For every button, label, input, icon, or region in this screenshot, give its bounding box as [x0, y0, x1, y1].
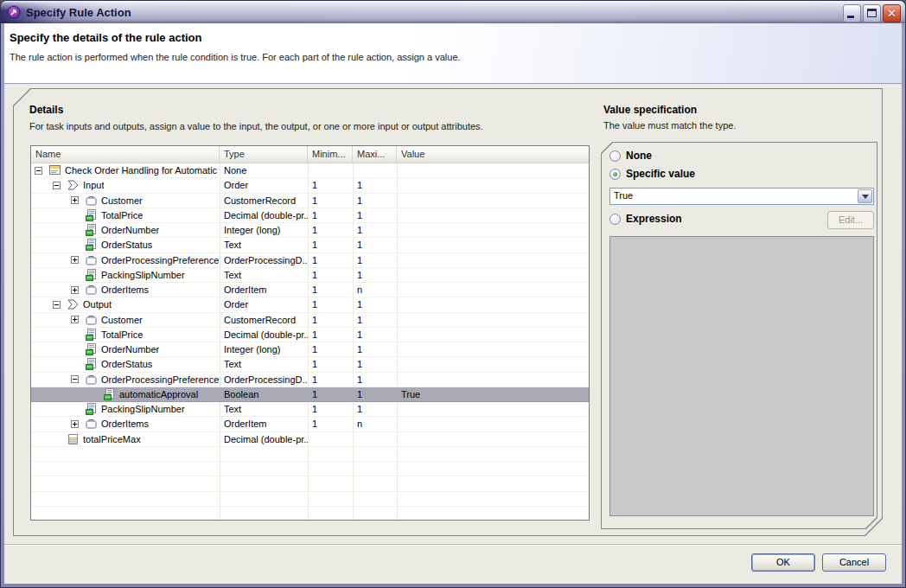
chevron-down-icon — [862, 195, 869, 199]
row-min-cell — [308, 163, 353, 177]
table-row[interactable]: OutputOrder11 — [31, 297, 589, 312]
table-row[interactable]: automaticApprovalBoolean11True — [31, 387, 589, 402]
close-button[interactable]: ✕ — [883, 4, 901, 22]
row-name-cell: OrderItems — [31, 283, 220, 297]
column-header-min[interactable]: Minim... — [308, 146, 353, 163]
row-max-cell — [353, 432, 397, 446]
table-row[interactable]: OrderNumberInteger (long)11 — [31, 342, 589, 357]
table-row-empty — [31, 476, 589, 491]
row-min-cell: 1 — [308, 373, 353, 387]
row-value-cell — [397, 253, 589, 267]
ok-button[interactable]: OK — [751, 553, 815, 572]
row-name-cell: Customer — [31, 313, 220, 327]
row-min-cell: 1 — [308, 268, 353, 282]
minimize-button[interactable] — [843, 4, 861, 22]
column-header-type[interactable]: Type — [220, 146, 308, 163]
titlebar[interactable]: Specify Rule Action ✕ — [1, 1, 905, 23]
row-name-cell: totalPriceMax — [31, 432, 220, 446]
row-type-cell: Order — [220, 178, 308, 192]
expander-minus-icon[interactable] — [53, 182, 61, 189]
column-header-name[interactable]: Name — [31, 146, 220, 163]
expander-plus-icon[interactable] — [71, 420, 79, 428]
row-type-cell: Decimal (double-pr... — [220, 328, 308, 342]
expander-plus-icon[interactable] — [71, 256, 79, 264]
row-max-cell: 1 — [353, 178, 397, 192]
attr-icon — [85, 224, 98, 236]
expander-plus-icon[interactable] — [71, 286, 79, 294]
table-row[interactable]: OrderNumberInteger (long)11 — [31, 223, 589, 238]
row-max-cell: 1 — [353, 223, 397, 237]
maximize-button[interactable] — [863, 4, 881, 22]
table-row[interactable]: OrderItemsOrderItem1n — [31, 283, 589, 297]
radio-option-none[interactable]: None — [609, 150, 652, 162]
attr-icon — [85, 239, 98, 251]
row-max-cell: 1 — [353, 253, 397, 267]
row-value-cell — [397, 268, 589, 282]
row-value-cell — [397, 342, 589, 356]
output-icon — [67, 298, 80, 310]
bo-icon — [85, 195, 98, 207]
attr-icon — [85, 358, 98, 370]
specific-value-combo[interactable]: True — [609, 188, 874, 205]
row-max-cell: 1 — [353, 387, 397, 401]
table-row[interactable]: PackingSlipNumberText11 — [31, 402, 589, 417]
expander-minus-icon[interactable] — [53, 301, 61, 309]
edit-button[interactable]: Edit... — [827, 211, 874, 229]
table-row[interactable]: OrderStatusText11 — [31, 238, 589, 252]
table-row[interactable]: PackingSlipNumberText11 — [31, 268, 589, 283]
page-title: Specify the details of the rule action — [10, 31, 202, 44]
row-label: OrderNumber — [101, 223, 159, 237]
radio-icon[interactable] — [609, 214, 621, 225]
row-value-cell — [397, 223, 589, 237]
table-row[interactable]: TotalPriceDecimal (double-pr...11 — [31, 208, 589, 223]
row-label: OrderStatus — [101, 357, 152, 371]
expander-plus-icon[interactable] — [71, 316, 79, 323]
table-row[interactable]: TotalPriceDecimal (double-pr...11 — [31, 328, 589, 342]
row-min-cell — [308, 432, 353, 446]
close-icon: ✕ — [884, 5, 900, 22]
table-row[interactable]: CustomerCustomerRecord11 — [31, 194, 589, 208]
expander-minus-icon[interactable] — [35, 167, 42, 175]
column-header-value[interactable]: Value — [397, 146, 589, 163]
radio-option-specific-value[interactable]: Specific value — [609, 168, 695, 180]
table-row[interactable]: totalPriceMaxDecimal (double-pr... — [31, 432, 589, 447]
row-type-cell: Order — [220, 297, 308, 311]
table-row[interactable]: OrderItemsOrderItem1n — [31, 417, 589, 431]
table-row[interactable]: OrderProcessingPreferenceOrderProcessing… — [31, 373, 589, 387]
row-max-cell: 1 — [353, 357, 397, 371]
row-type-cell: OrderItem — [220, 417, 308, 431]
table-row[interactable]: InputOrder11 — [31, 178, 589, 193]
bo-icon — [85, 254, 98, 266]
maximize-icon — [867, 9, 877, 17]
expander-minus-icon[interactable] — [71, 375, 79, 383]
column-header-max[interactable]: Maxi... — [353, 146, 397, 163]
row-name-cell: automaticApproval — [31, 387, 220, 401]
table-row[interactable]: CustomerCustomerRecord11 — [31, 313, 589, 328]
cancel-button[interactable]: Cancel — [822, 553, 886, 572]
row-label: Input — [83, 178, 104, 192]
table-row[interactable]: Check Order Handling for AutomaticNone — [31, 163, 589, 178]
radio-icon[interactable] — [609, 169, 621, 180]
row-min-cell: 1 — [308, 402, 353, 416]
radio-icon[interactable] — [609, 150, 621, 162]
radio-label: Specific value — [626, 168, 695, 180]
details-heading: Details — [29, 104, 63, 116]
row-value-cell: True — [397, 387, 589, 401]
attr-icon — [85, 209, 98, 221]
row-max-cell: 1 — [353, 238, 397, 252]
row-min-cell: 1 — [308, 313, 353, 327]
table-body: Check Order Handling for AutomaticNoneIn… — [31, 163, 589, 520]
combo-dropdown-button[interactable] — [858, 189, 872, 203]
minimize-icon — [847, 16, 854, 18]
row-value-cell — [397, 328, 589, 342]
row-value-cell — [397, 208, 589, 222]
bo-icon — [85, 374, 98, 386]
row-value-cell — [397, 417, 589, 431]
attr-icon — [85, 403, 98, 415]
table-row[interactable]: OrderProcessingPreferenceOrderProcessing… — [31, 253, 589, 268]
expander-plus-icon[interactable] — [71, 196, 79, 204]
row-name-cell: Output — [31, 297, 220, 311]
radio-option-expression[interactable]: Expression — [609, 213, 682, 225]
bo-icon — [85, 314, 98, 326]
table-row[interactable]: OrderStatusText11 — [31, 357, 589, 372]
